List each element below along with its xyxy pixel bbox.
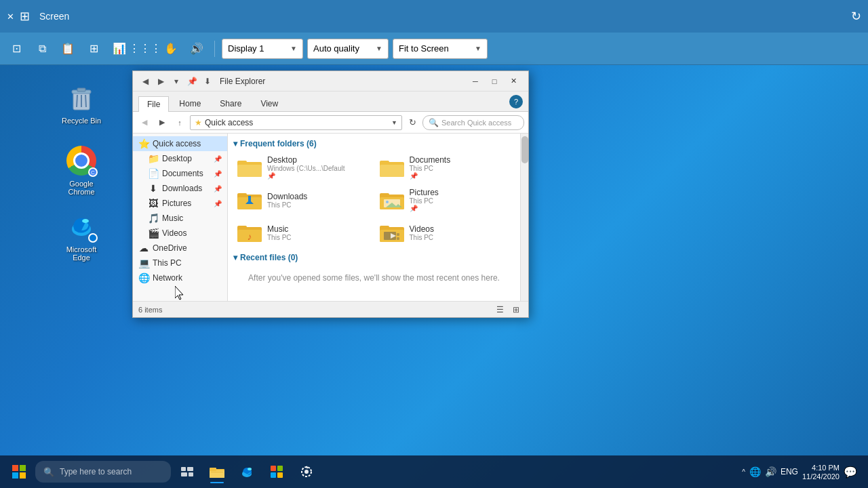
microsoft-edge-icon[interactable]: Microsoft Edge [54, 207, 108, 264]
fe-list-view-btn[interactable]: ☰ [493, 303, 507, 317]
fe-nav-up[interactable]: ↑ [172, 115, 187, 130]
copy-icon-btn[interactable]: ⧉ [31, 38, 53, 60]
fe-scrollbar[interactable] [520, 134, 528, 301]
close-button[interactable]: ✕ [7, 12, 14, 22]
sidebar-item-music[interactable]: 🎵 Music [133, 211, 227, 226]
sidebar-item-videos[interactable]: 🎬 Videos [133, 226, 227, 241]
ff-title: Frequent folders (6) [240, 139, 317, 148]
fe-tab-share[interactable]: Share [211, 96, 250, 111]
folder-item-music[interactable]: ♪ Music This PC [233, 218, 373, 247]
fe-maximize-btn[interactable]: □ [485, 73, 504, 89]
display-dropdown[interactable]: Display 1 ▼ [222, 39, 303, 59]
fe-grid-view-btn[interactable]: ⊞ [509, 303, 523, 317]
apps-icon-btn[interactable]: ⋮⋮⋮ [134, 38, 156, 60]
taskbar-settings-icon[interactable] [293, 458, 320, 485]
fe-statusbar: 6 items ☰ ⊞ [133, 301, 528, 317]
frequent-folders-header[interactable]: ▾ Frequent folders (6) [233, 139, 515, 148]
refresh-icon[interactable]: ↻ [851, 9, 861, 24]
desktop-folder-icon: 📁 [148, 153, 159, 164]
edge-label: Microsoft Edge [57, 245, 106, 262]
taskbar-search[interactable]: 🔍 Type here to search [35, 461, 171, 483]
fe-tab-home[interactable]: Home [170, 96, 210, 111]
fit-arrow-icon: ▼ [475, 45, 481, 52]
display-label: Display 1 [228, 43, 264, 54]
taskbar-store-icon[interactable] [263, 458, 290, 485]
fe-title: File Explorer [220, 77, 463, 86]
documents-folder-icon: 📄 [148, 168, 159, 179]
sidebar-videos-label: Videos [162, 228, 186, 238]
sidebar-item-downloads[interactable]: ⬇ Downloads 📌 [133, 181, 227, 196]
quality-dropdown[interactable]: Auto quality ▼ [307, 39, 389, 59]
svg-rect-46 [210, 470, 224, 478]
svg-rect-53 [271, 472, 276, 478]
windows-icon-btn[interactable]: ⊞ [83, 38, 104, 60]
fe-minimize-btn[interactable]: ─ [466, 73, 485, 89]
folder-path-music: This PC [267, 234, 292, 241]
fe-refresh-btn[interactable]: ↻ [405, 115, 420, 130]
sidebar-item-this-pc[interactable]: 💻 This PC [133, 256, 227, 270]
monitor-icon-btn[interactable]: 📊 [108, 38, 130, 60]
tray-network-icon[interactable]: 🌐 [749, 466, 761, 477]
this-pc-icon: 💻 [138, 258, 149, 268]
sidebar-item-quick-access[interactable]: ⭐ Quick access [133, 136, 227, 151]
sidebar-pictures-label: Pictures [162, 199, 191, 208]
google-chrome-icon[interactable]: C Google Chrome [54, 142, 108, 199]
tray-clock[interactable]: 4:10 PM 11/24/2020 [802, 464, 840, 481]
chrome-img: C [65, 144, 98, 177]
folder-info-pictures: Pictures This PC 📌 [410, 188, 439, 212]
fe-pin-icon[interactable]: 📌 [185, 75, 199, 88]
grid-icon[interactable]: ⊞ [20, 9, 30, 24]
svg-point-24 [386, 201, 389, 203]
tray-chevron-icon[interactable]: ^ [742, 468, 745, 476]
fe-back-icon[interactable]: ◀ [138, 75, 152, 88]
fe-tab-view[interactable]: View [252, 96, 287, 111]
fe-help-btn[interactable]: ? [509, 95, 523, 108]
folder-item-documents[interactable]: Documents This PC 📌 [376, 152, 515, 182]
fit-icon-btn[interactable]: ⊡ [5, 38, 27, 60]
folder-info-videos: Videos This PC [410, 224, 434, 241]
fe-address-box[interactable]: ★ Quick access ▼ [190, 115, 402, 130]
toolbar: ⊡ ⧉ 📋 ⊞ 📊 ⋮⋮⋮ ✋ 🔊 Display 1 ▼ Auto quali… [0, 33, 868, 65]
fe-nav-forward[interactable]: ▶ [155, 115, 170, 130]
folder-item-desktop[interactable]: Desktop Windows (C:\Us...\Default 📌 [233, 152, 373, 182]
sidebar-item-network[interactable]: 🌐 Network [133, 270, 227, 285]
fe-search-box[interactable]: 🔍 Search Quick access [422, 115, 524, 130]
tray-notification-icon[interactable]: 💬 [844, 466, 857, 479]
recent-files-header[interactable]: ▾ Recent files (0) [233, 253, 515, 262]
pictures-folder-icon: 🖼 [148, 198, 159, 209]
sidebar-item-desktop[interactable]: 📁 Desktop 📌 [133, 151, 227, 166]
fe-forward-icon[interactable]: ▶ [154, 75, 167, 88]
taskbar-edge-icon[interactable] [233, 458, 260, 485]
folder-item-downloads[interactable]: Downloads This PC [233, 185, 373, 215]
svg-point-50 [248, 468, 252, 470]
sidebar-item-documents[interactable]: 📄 Documents 📌 [133, 166, 227, 181]
fit-dropdown[interactable]: Fit to Screen ▼ [393, 39, 488, 59]
taskview-icon[interactable] [174, 458, 201, 485]
volume-icon-btn[interactable]: 🔊 [186, 38, 208, 60]
fe-pin2-icon[interactable]: ⬇ [201, 75, 214, 88]
fe-close-btn[interactable]: ✕ [504, 73, 523, 89]
fit-label: Fit to Screen [399, 43, 449, 54]
folder-item-pictures[interactable]: Pictures This PC 📌 [376, 185, 515, 215]
svg-rect-36 [397, 237, 399, 240]
tray-volume-icon[interactable]: 🔊 [765, 466, 776, 477]
hand-icon-btn[interactable]: ✋ [160, 38, 182, 60]
start-button[interactable] [5, 458, 33, 485]
recycle-bin-img [65, 81, 98, 114]
folder-path-downloads: This PC [267, 201, 307, 209]
fe-scrollbar-thumb[interactable] [521, 136, 528, 163]
recycle-bin-icon[interactable]: Recycle Bin [54, 79, 108, 127]
separator-1 [214, 41, 215, 57]
taskbar-file-explorer-icon[interactable] [203, 458, 231, 485]
tray-language[interactable]: ENG [781, 467, 798, 476]
fe-nav-back[interactable]: ◀ [137, 115, 152, 130]
folder-name-desktop: Desktop [267, 155, 344, 165]
clipboard-icon-btn[interactable]: 📋 [57, 38, 79, 60]
sidebar-item-onedrive[interactable]: ☁ OneDrive [133, 241, 227, 256]
svg-rect-44 [189, 472, 193, 476]
sidebar-item-pictures[interactable]: 🖼 Pictures 📌 [133, 196, 227, 211]
folder-item-videos[interactable]: Videos This PC [376, 218, 515, 247]
svg-point-7 [82, 219, 89, 223]
fe-arrow-icon[interactable]: ▾ [170, 75, 183, 88]
fe-tab-file[interactable]: File [138, 96, 169, 112]
